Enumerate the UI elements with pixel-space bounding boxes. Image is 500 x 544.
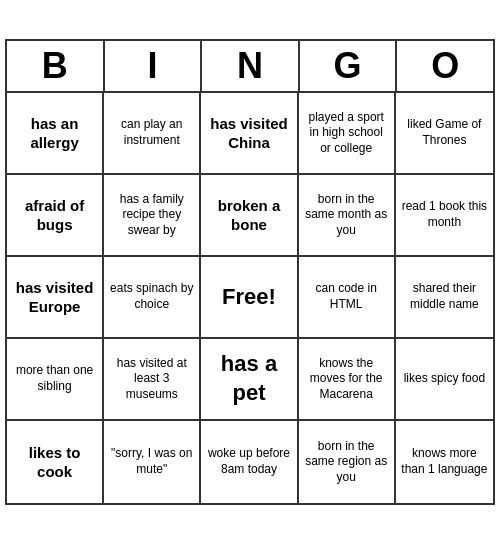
bingo-letter-b: B: [7, 41, 105, 93]
bingo-cell-18[interactable]: has a pet: [201, 339, 298, 421]
bingo-letter-i: I: [105, 41, 203, 93]
bingo-cell-6[interactable]: afraid of bugs: [7, 175, 104, 257]
bingo-letter-o: O: [397, 41, 493, 93]
bingo-cell-15[interactable]: shared their middle name: [396, 257, 493, 339]
bingo-cell-22[interactable]: "sorry, I was on mute": [104, 421, 201, 503]
bingo-cell-17[interactable]: has visited at least 3 museums: [104, 339, 201, 421]
bingo-cell-24[interactable]: born in the same region as you: [299, 421, 396, 503]
bingo-cell-16[interactable]: more than one sibling: [7, 339, 104, 421]
bingo-cell-4[interactable]: played a sport in high school or college: [299, 93, 396, 175]
bingo-cell-2[interactable]: can play an instrument: [104, 93, 201, 175]
bingo-cell-5[interactable]: liked Game of Thrones: [396, 93, 493, 175]
bingo-cell-14[interactable]: can code in HTML: [299, 257, 396, 339]
bingo-cell-3[interactable]: has visited China: [201, 93, 298, 175]
bingo-cell-10[interactable]: read 1 book this month: [396, 175, 493, 257]
bingo-cell-13[interactable]: Free!: [201, 257, 298, 339]
bingo-board: BINGO has an allergycan play an instrume…: [5, 39, 495, 505]
bingo-grid: has an allergycan play an instrumenthas …: [7, 93, 493, 503]
bingo-cell-12[interactable]: eats spinach by choice: [104, 257, 201, 339]
bingo-cell-9[interactable]: born in the same month as you: [299, 175, 396, 257]
bingo-cell-7[interactable]: has a family recipe they swear by: [104, 175, 201, 257]
bingo-header: BINGO: [7, 41, 493, 93]
bingo-cell-1[interactable]: has an allergy: [7, 93, 104, 175]
bingo-cell-21[interactable]: likes to cook: [7, 421, 104, 503]
bingo-cell-11[interactable]: has visited Europe: [7, 257, 104, 339]
bingo-cell-23[interactable]: woke up before 8am today: [201, 421, 298, 503]
bingo-letter-n: N: [202, 41, 300, 93]
bingo-cell-8[interactable]: broken a bone: [201, 175, 298, 257]
bingo-cell-20[interactable]: likes spicy food: [396, 339, 493, 421]
bingo-cell-25[interactable]: knows more than 1 language: [396, 421, 493, 503]
bingo-letter-g: G: [300, 41, 398, 93]
bingo-cell-19[interactable]: knows the moves for the Macarena: [299, 339, 396, 421]
